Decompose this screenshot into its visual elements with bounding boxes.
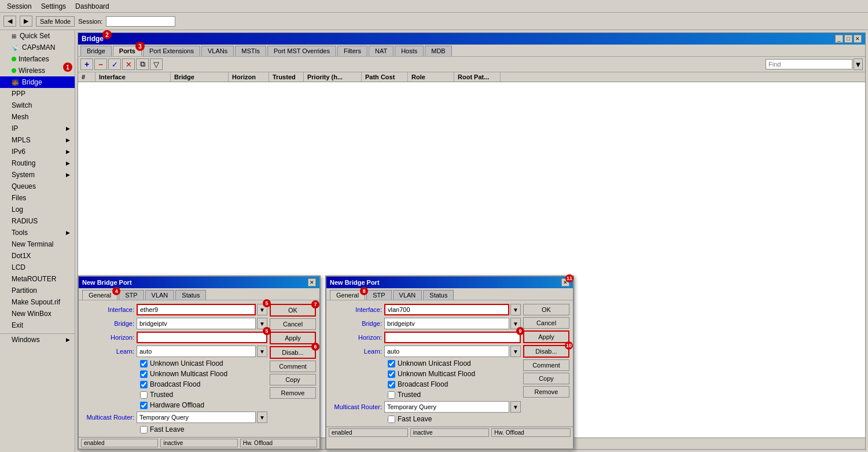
sidebar-item-interfaces[interactable]: Interfaces — [0, 53, 75, 65]
dialog1-remove-button[interactable]: Remove — [270, 387, 316, 399]
dialog2-disable-button[interactable]: Disab... 10 — [523, 345, 569, 358]
dialog2-tab-status[interactable]: Status — [423, 290, 454, 300]
sidebar-item-quickset[interactable]: ⊞ Quick Set — [0, 30, 75, 42]
dialog2-learn-input[interactable] — [384, 346, 509, 357]
dialog1-multicast-router-dropdown[interactable]: ▼ — [257, 411, 267, 423]
dialog1-cancel-button[interactable]: Cancel — [270, 318, 316, 330]
dialog2-interface-input[interactable] — [384, 304, 509, 315]
tab-port-extensions[interactable]: Port Extensions — [143, 46, 200, 56]
dialog1-trusted-checkbox[interactable] — [140, 391, 148, 399]
dialog2-multicast-router-input[interactable] — [384, 401, 509, 413]
safe-mode-button[interactable]: Safe Mode — [36, 16, 75, 27]
dialog2-ok-button[interactable]: OK — [523, 304, 569, 315]
dialog2-unknown-multicast-checkbox[interactable] — [388, 370, 395, 378]
dialog1-fast-leave-checkbox[interactable] — [140, 426, 148, 433]
tab-filters[interactable]: Filters — [337, 46, 367, 56]
dialog2-horizon-input[interactable] — [384, 332, 521, 343]
dialog1-ok-button[interactable]: OK 7 — [270, 304, 316, 317]
tab-hosts[interactable]: Hosts — [395, 46, 424, 56]
menu-settings[interactable]: Settings — [36, 1, 71, 12]
sidebar-item-dot1x[interactable]: Dot1X — [0, 250, 75, 262]
dialog2-remove-button[interactable]: Remove — [523, 386, 569, 398]
add-button[interactable]: + — [80, 58, 93, 70]
enable-button[interactable]: ✓ — [108, 58, 121, 70]
dialog2-apply-button[interactable]: Apply — [523, 330, 569, 343]
forward-button[interactable]: ▶ — [20, 16, 32, 27]
dialog2-copy-button[interactable]: Copy — [523, 373, 569, 384]
tab-vlans[interactable]: VLANs — [201, 46, 234, 56]
sidebar-item-queues[interactable]: Queues — [0, 181, 75, 192]
sidebar-item-wireless[interactable]: Wireless 1 — [0, 65, 75, 76]
menu-session[interactable]: Session — [2, 1, 36, 12]
sidebar-item-lcd[interactable]: LCD — [0, 262, 75, 273]
tab-ports[interactable]: Ports 3 — [113, 46, 142, 56]
sidebar-item-metarouter[interactable]: MetaROUTER — [0, 273, 75, 285]
sidebar-item-newwinbox[interactable]: New WinBox — [0, 308, 75, 319]
dialog1-unknown-multicast-checkbox[interactable] — [140, 370, 148, 378]
back-button[interactable]: ◀ — [3, 16, 16, 27]
dialog2-comment-button[interactable]: Comment — [523, 359, 569, 371]
sidebar-item-routing[interactable]: Routing ▶ — [0, 157, 75, 169]
sidebar-item-ipv6[interactable]: IPv6 ▶ — [0, 146, 75, 157]
sidebar-item-radius[interactable]: RADIUS — [0, 215, 75, 227]
sidebar-item-system[interactable]: System ▶ — [0, 169, 75, 181]
tab-bridge[interactable]: Bridge — [80, 46, 112, 56]
menu-dashboard[interactable]: Dashboard — [71, 1, 114, 12]
sidebar-item-newterminal[interactable]: New Terminal — [0, 238, 75, 250]
dialog2-learn-dropdown[interactable]: ▼ — [510, 346, 521, 357]
sidebar-item-switch[interactable]: Switch — [0, 100, 75, 111]
maximize-button[interactable]: □ — [844, 35, 852, 43]
dialog2-tab-stp[interactable]: STP — [366, 290, 391, 300]
sidebar-item-files[interactable]: Files — [0, 192, 75, 204]
find-dropdown-button[interactable]: ▼ — [854, 58, 863, 70]
tab-nat[interactable]: NAT — [369, 46, 393, 56]
dialog1-comment-button[interactable]: Comment — [270, 361, 316, 372]
dialog2-trusted-checkbox[interactable] — [388, 391, 395, 399]
dialog2-cancel-button[interactable]: Cancel — [523, 317, 569, 329]
sidebar-item-log[interactable]: Log — [0, 204, 75, 215]
sidebar-item-tools[interactable]: Tools ▶ — [0, 227, 75, 238]
dialog2-tab-vlan[interactable]: VLAN — [393, 290, 422, 300]
dialog1-copy-button[interactable]: Copy — [270, 374, 316, 385]
close-button[interactable]: ✕ — [854, 35, 862, 43]
dialog1-tab-status[interactable]: Status — [175, 290, 206, 300]
dialog2-bridge-input[interactable] — [384, 318, 509, 329]
copy-button[interactable]: ⧉ — [136, 58, 149, 70]
dialog1-unknown-unicast-checkbox[interactable] — [140, 360, 148, 368]
find-input[interactable] — [766, 59, 852, 69]
dialog1-multicast-router-input[interactable] — [137, 411, 256, 423]
minimize-button[interactable]: _ — [835, 35, 843, 43]
dialog1-learn-dropdown[interactable]: ▼ — [257, 346, 267, 357]
session-input[interactable] — [106, 16, 175, 27]
dialog1-horizon-input[interactable] — [137, 332, 267, 343]
sidebar-item-makesupout[interactable]: Make Supout.rif — [0, 296, 75, 308]
dialog1-hw-offload-checkbox[interactable] — [140, 402, 148, 409]
dialog1-bridge-input[interactable] — [137, 318, 256, 329]
sidebar-item-partition[interactable]: Partition — [0, 285, 75, 296]
dialog2-fast-leave-checkbox[interactable] — [388, 416, 395, 423]
sidebar-item-bridge[interactable]: 🌉 Bridge — [0, 76, 75, 88]
dialog1-close-button[interactable]: ✕ — [308, 278, 316, 286]
dialog2-unknown-unicast-checkbox[interactable] — [388, 360, 395, 368]
filter-button[interactable]: ▽ — [150, 58, 163, 70]
dialog1-learn-input[interactable] — [137, 346, 256, 357]
dialog2-multicast-router-dropdown[interactable]: ▼ — [510, 401, 521, 413]
disable-button[interactable]: ✕ — [122, 58, 135, 70]
dialog1-apply-button[interactable]: Apply — [270, 332, 316, 344]
remove-button[interactable]: − — [94, 58, 107, 70]
tab-mdb[interactable]: MDB — [425, 46, 451, 56]
dialog2-tab-general[interactable]: General 8 — [330, 290, 365, 300]
sidebar-item-exit[interactable]: Exit — [0, 319, 75, 331]
dialog1-disable-button[interactable]: Disab... 6 — [270, 346, 316, 359]
sidebar-item-capsman[interactable]: 📡 CAPsMAN — [0, 42, 75, 53]
tab-port-mst-overrides[interactable]: Port MST Overrides — [267, 46, 336, 56]
sidebar-item-mpls[interactable]: MPLS ▶ — [0, 134, 75, 146]
dialog2-interface-dropdown[interactable]: ▼ — [510, 304, 521, 315]
sidebar-item-ip[interactable]: IP ▶ — [0, 123, 75, 134]
dialog1-interface-input[interactable] — [137, 304, 256, 315]
tab-mstis[interactable]: MSTIs — [235, 46, 266, 56]
sidebar-item-mesh[interactable]: Mesh — [0, 111, 75, 123]
dialog1-tab-general[interactable]: General 4 — [82, 290, 117, 300]
dialog1-tab-vlan[interactable]: VLAN — [145, 290, 175, 300]
dialog2-close-button[interactable]: ✕ 11 — [561, 278, 569, 286]
